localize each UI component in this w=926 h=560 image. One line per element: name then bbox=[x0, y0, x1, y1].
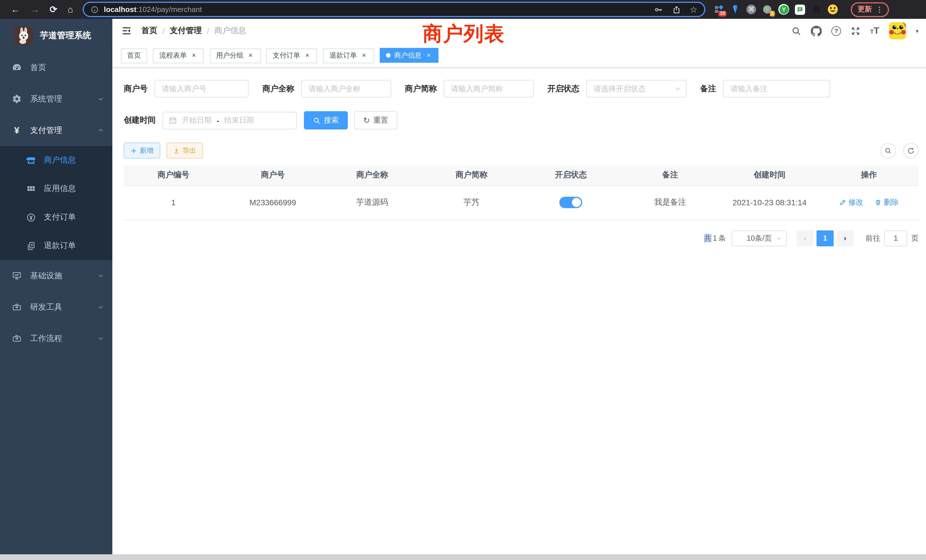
close-icon[interactable]: × bbox=[304, 52, 311, 59]
close-icon[interactable]: × bbox=[425, 51, 433, 59]
date-range-picker[interactable]: 开始日期 - 结束日期 bbox=[162, 112, 297, 129]
add-button[interactable]: 新增 bbox=[124, 142, 160, 159]
sidebar-item-label: 工作流程 bbox=[30, 333, 97, 344]
share-icon[interactable] bbox=[672, 5, 681, 14]
sidebar-item-label: 退款订单 bbox=[44, 241, 76, 251]
tab-refund-order[interactable]: 退款订单× bbox=[323, 48, 374, 63]
toggle-search-button[interactable] bbox=[881, 143, 896, 158]
sidebar-item-app-info[interactable]: 应用信息 bbox=[0, 174, 112, 203]
search-button[interactable]: 搜索 bbox=[304, 111, 348, 129]
tab-home[interactable]: 首页 bbox=[121, 48, 147, 63]
export-button-label: 导出 bbox=[183, 146, 196, 155]
extension-cmd-icon[interactable]: ⌘ bbox=[746, 5, 756, 14]
extension-gem-icon[interactable] bbox=[730, 4, 741, 15]
tab-pay-order[interactable]: 支付订单× bbox=[266, 48, 317, 63]
grid-icon bbox=[26, 184, 36, 194]
sidebar-item-home[interactable]: 首页 bbox=[0, 52, 112, 83]
breadcrumb-pay[interactable]: 支付管理 bbox=[170, 26, 202, 36]
browser-forward-button[interactable]: → bbox=[25, 0, 44, 19]
caret-down-icon[interactable]: ▾ bbox=[916, 28, 918, 34]
extension-chat-icon[interactable] bbox=[795, 4, 805, 15]
breadcrumb-home[interactable]: 首页 bbox=[141, 26, 157, 36]
browser-reload-button[interactable]: ⟳ bbox=[44, 0, 62, 19]
remark-input[interactable] bbox=[723, 80, 830, 97]
toolbox-icon bbox=[12, 302, 22, 312]
remark-label: 备注 bbox=[700, 83, 716, 94]
sidebar-item-merchant-info[interactable]: 商户信息 bbox=[0, 146, 112, 174]
user-avatar[interactable] bbox=[889, 22, 906, 39]
full-name-input[interactable] bbox=[301, 80, 391, 97]
export-button[interactable]: 导出 bbox=[166, 142, 203, 159]
prev-page-button[interactable]: ‹ bbox=[797, 230, 814, 246]
close-icon[interactable]: × bbox=[247, 52, 254, 59]
sidebar-collapse-icon[interactable] bbox=[117, 26, 136, 36]
browser-update-button[interactable]: 更新 ⋮ bbox=[851, 2, 889, 17]
tab-user-group[interactable]: 用户分组× bbox=[210, 48, 260, 63]
reset-button[interactable]: ↻ 重置 bbox=[354, 111, 397, 129]
extension-y-icon[interactable]: Y bbox=[778, 4, 789, 15]
breadcrumb: 首页 / 支付管理 / 商户信息 bbox=[141, 26, 246, 36]
create-time-label: 创建时间 bbox=[124, 115, 156, 126]
monitor-chart-icon bbox=[12, 271, 22, 281]
reset-button-label: 重置 bbox=[373, 115, 388, 126]
password-key-icon[interactable] bbox=[654, 5, 663, 14]
sidebar-item-infra[interactable]: 基础设施 bbox=[0, 260, 112, 291]
close-icon[interactable]: × bbox=[190, 52, 198, 59]
sidebar: 芋道管理系统 首页 bbox=[0, 19, 112, 554]
extension-status-icon[interactable]: 1 bbox=[762, 4, 773, 15]
sidebar-item-label: 首页 bbox=[30, 62, 104, 73]
github-icon[interactable] bbox=[811, 26, 822, 36]
font-size-icon[interactable]: TT bbox=[870, 26, 879, 36]
page-number-1[interactable]: 1 bbox=[817, 230, 834, 246]
col-status: 开启状态 bbox=[521, 165, 621, 185]
search-icon[interactable] bbox=[791, 26, 801, 36]
refresh-table-button[interactable] bbox=[903, 143, 918, 158]
fullscreen-icon[interactable] bbox=[851, 26, 861, 36]
short-name-input[interactable] bbox=[443, 80, 534, 97]
tab-merchant-info[interactable]: 商户信息× bbox=[380, 48, 439, 63]
app-logo-row[interactable]: 芋道管理系统 bbox=[0, 19, 112, 52]
gear-icon bbox=[12, 94, 22, 104]
sidebar-item-pay[interactable]: ¥ 支付管理 bbox=[0, 115, 112, 146]
close-icon[interactable]: × bbox=[360, 52, 368, 59]
page-size-value: 10条/页 bbox=[747, 233, 772, 243]
bookmark-star-icon[interactable]: ☆ bbox=[690, 4, 698, 15]
tab-label: 商户信息 bbox=[394, 50, 422, 60]
tab-label: 退款订单 bbox=[330, 51, 357, 61]
short-name-label: 商户简称 bbox=[405, 83, 437, 94]
profile-emoji-icon[interactable] bbox=[828, 4, 838, 15]
page-content: 商户号 商户全称 商户简称 开启状态 bbox=[112, 68, 926, 554]
browser-back-button[interactable]: ← bbox=[6, 0, 25, 19]
calendar-icon bbox=[169, 117, 177, 124]
sidebar-item-workflow[interactable]: 工作流程 bbox=[0, 323, 112, 354]
goto-label: 前往 bbox=[865, 233, 881, 243]
extension-tasks-icon[interactable]: 10 bbox=[713, 4, 724, 15]
sidebar-item-devtools[interactable]: 研发工具 bbox=[0, 291, 112, 323]
edit-link[interactable]: 修改 bbox=[839, 197, 863, 207]
address-bar[interactable]: localhost:1024/pay/merchant ☆ bbox=[83, 2, 705, 17]
edit-link-label: 修改 bbox=[849, 197, 863, 207]
sidebar-item-pay-order[interactable]: 支付订单 bbox=[0, 203, 112, 232]
page-size-select[interactable]: 10条/页 bbox=[732, 230, 787, 246]
next-page-button[interactable]: › bbox=[837, 230, 853, 246]
goto-page-input[interactable] bbox=[884, 230, 907, 246]
status-select[interactable] bbox=[586, 80, 687, 97]
tab-process-form[interactable]: 流程表单× bbox=[153, 48, 204, 63]
help-icon[interactable]: ? bbox=[831, 26, 841, 36]
status-toggle[interactable] bbox=[559, 197, 582, 208]
browser-home-button[interactable]: ⌂ bbox=[62, 0, 78, 19]
extensions-puzzle-icon[interactable] bbox=[811, 4, 822, 15]
browser-menu-icon[interactable]: ⋮ bbox=[876, 5, 883, 14]
merchant-no-label: 商户号 bbox=[124, 83, 148, 94]
extension-badge: 1 bbox=[770, 11, 775, 17]
merchant-no-input[interactable] bbox=[154, 80, 249, 97]
tags-view-bar: 首页 流程表单× 用户分组× 支付订单× 退款订单× 商户信息× bbox=[112, 43, 926, 68]
sidebar-item-system[interactable]: 系统管理 bbox=[0, 83, 112, 115]
sidebar-item-refund-order[interactable]: 退款订单 bbox=[0, 232, 112, 260]
sidebar-item-label: 基础设施 bbox=[30, 271, 97, 281]
app-logo-rabbit bbox=[14, 26, 33, 45]
filter-row-1: 商户号 商户全称 商户简称 开启状态 bbox=[124, 80, 918, 97]
chevron-down-icon bbox=[97, 272, 104, 279]
delete-link[interactable]: 删除 bbox=[875, 197, 899, 207]
info-icon[interactable] bbox=[91, 5, 98, 14]
